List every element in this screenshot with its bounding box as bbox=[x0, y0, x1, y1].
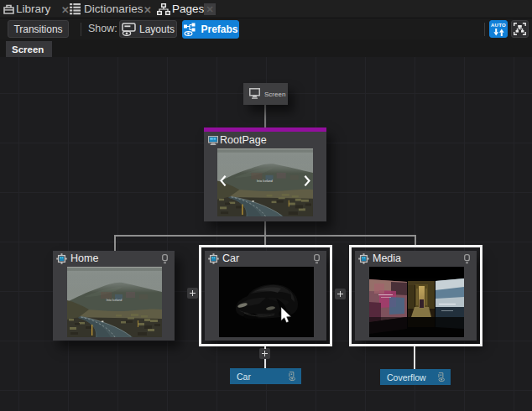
svg-text:Into Iceland: Into Iceland bbox=[257, 179, 273, 183]
svg-text:Into Iceland: Into Iceland bbox=[107, 299, 123, 302]
